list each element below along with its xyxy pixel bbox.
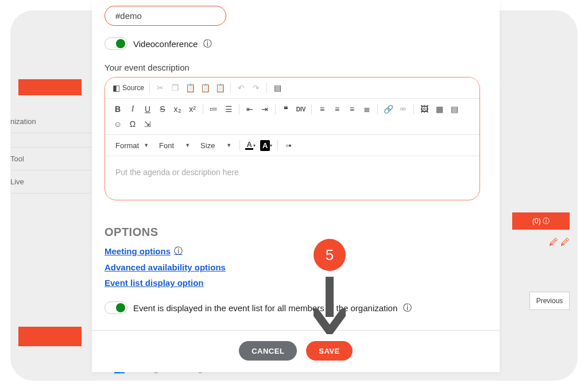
- editor-toolbar-row-2: B I U S x₂ x² ≔ ☰ ⇤ ⇥ ❝ DIV ≡ ≡ ≡ ≣: [105, 99, 479, 135]
- meeting-options-link[interactable]: Meeting options ⓘ: [105, 246, 183, 257]
- cancel-button[interactable]: CANCEL: [239, 341, 297, 361]
- special-char-icon[interactable]: Ω: [126, 117, 140, 131]
- videoconference-label: Videoconference: [133, 39, 198, 49]
- videoconference-toggle[interactable]: [105, 37, 127, 50]
- align-center-icon[interactable]: ≡: [330, 102, 344, 116]
- outdent-icon[interactable]: ⇤: [243, 102, 257, 116]
- numbered-list-icon[interactable]: ≔: [207, 102, 220, 116]
- format-select[interactable]: Format▼: [111, 138, 153, 152]
- bg-previous-button: Previous: [529, 292, 570, 310]
- image-icon[interactable]: 🖼: [417, 102, 431, 116]
- description-label: Your event description: [105, 63, 480, 72]
- smiley-icon[interactable]: ☺: [111, 117, 125, 131]
- paste-word-icon[interactable]: 📋: [213, 81, 227, 95]
- editor-toolbar-row-3: Format▼ Font▼ Size▼ A ▾ A ▾ ▫▪: [105, 135, 479, 156]
- toggle-knob: [116, 303, 125, 312]
- editor-toolbar-row-1: ◧ Source ✂ ❐ 📋 📋 📋 ↶ ↷ ▤: [105, 78, 479, 99]
- bg-count-badge: (0) ⓘ: [512, 212, 570, 230]
- unlink-icon[interactable]: ⚮: [396, 102, 410, 116]
- info-icon: ⓘ: [174, 246, 183, 257]
- blockquote-icon[interactable]: ❝: [279, 102, 293, 116]
- event-list-visibility-toggle[interactable]: [105, 301, 127, 314]
- font-select[interactable]: Font▼: [154, 138, 195, 152]
- bullet-list-icon[interactable]: ☰: [222, 102, 235, 116]
- size-select[interactable]: Size▼: [196, 138, 236, 152]
- paste-icon[interactable]: 📋: [183, 81, 197, 95]
- align-left-icon[interactable]: ≡: [315, 102, 329, 116]
- superscript-icon[interactable]: x²: [185, 102, 199, 116]
- tag-input[interactable]: #demo: [105, 6, 226, 26]
- cut-icon[interactable]: ✂: [153, 81, 167, 95]
- remove-format-icon[interactable]: ▤: [270, 81, 284, 95]
- save-button[interactable]: SAVE: [306, 341, 352, 361]
- italic-icon[interactable]: I: [126, 102, 140, 116]
- copy-icon[interactable]: ❐: [168, 81, 182, 95]
- event-edit-modal: #demo Videoconference ⓘ Your event descr…: [92, 0, 500, 372]
- indent-icon[interactable]: ⇥: [258, 102, 272, 116]
- toggle-knob: [116, 39, 125, 48]
- bg-bottom-button: [18, 327, 82, 346]
- align-right-icon[interactable]: ≡: [345, 102, 359, 116]
- bg-sidebar-highlight: [18, 79, 82, 95]
- pagebreak-icon[interactable]: ⇲: [141, 117, 154, 131]
- table-icon[interactable]: ▦: [432, 102, 446, 116]
- strike-icon[interactable]: S: [156, 102, 169, 116]
- step-badge: 5: [314, 239, 346, 271]
- source-button[interactable]: ◧ Source: [111, 81, 146, 95]
- underline-icon[interactable]: U: [141, 102, 154, 116]
- hr-icon[interactable]: ▤: [447, 102, 461, 116]
- paste-text-icon[interactable]: 📋: [198, 81, 212, 95]
- bg-color-icon[interactable]: A ▾: [258, 138, 274, 152]
- bg-action-icons: 🖉 🖉: [549, 237, 570, 247]
- event-list-visibility-label: Event is displayed in the event list for…: [133, 303, 397, 313]
- text-color-icon[interactable]: A ▾: [243, 138, 257, 152]
- align-justify-icon[interactable]: ≣: [360, 102, 374, 116]
- advanced-availability-link[interactable]: Advanced availability options: [105, 262, 226, 272]
- undo-icon[interactable]: ↶: [234, 81, 248, 95]
- modal-footer: CANCEL SAVE: [92, 330, 500, 366]
- maximize-icon[interactable]: ▫▪: [281, 138, 295, 152]
- rich-text-editor: ◧ Source ✂ ❐ 📋 📋 📋 ↶ ↷ ▤ B I U S x₂ x: [105, 77, 480, 200]
- subscript-icon[interactable]: x₂: [171, 102, 184, 116]
- info-icon[interactable]: ⓘ: [403, 303, 412, 313]
- bold-icon[interactable]: B: [111, 102, 125, 116]
- options-heading: OPTIONS: [105, 226, 480, 239]
- arrow-down-icon: [314, 277, 346, 336]
- div-icon[interactable]: DIV: [294, 102, 308, 116]
- event-list-display-link[interactable]: Event list display option: [105, 278, 204, 288]
- link-icon[interactable]: 🔗: [381, 102, 395, 116]
- info-icon[interactable]: ⓘ: [203, 38, 212, 49]
- redo-icon[interactable]: ↷: [249, 81, 263, 95]
- editor-content[interactable]: Put the agenda or description here: [105, 156, 479, 200]
